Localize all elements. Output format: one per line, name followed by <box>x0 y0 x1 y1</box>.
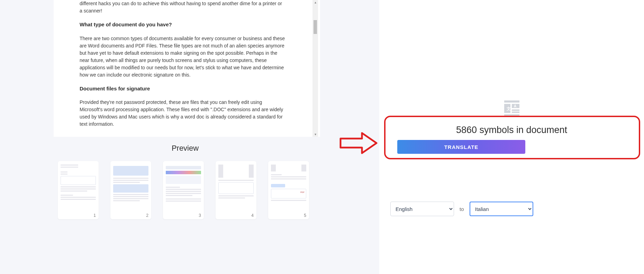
svg-rect-0 <box>504 100 519 103</box>
scrollbar-thumb[interactable] <box>314 20 317 34</box>
symbol-count-text: 5860 symbols in document <box>379 125 644 135</box>
doc-paragraph: There are two common types of documents … <box>80 35 285 79</box>
page-number: 5 <box>304 213 306 218</box>
preview-section: Preview <box>0 144 318 219</box>
scroll-down-arrow-icon[interactable]: ▾ <box>314 133 317 136</box>
page-thumbnail[interactable]: 4 <box>216 161 256 219</box>
document-scrollbar[interactable]: ▴ ▾ <box>312 0 318 137</box>
target-language-select[interactable]: Italian <box>470 202 533 216</box>
translate-button[interactable]: TRANSLATE <box>397 140 525 154</box>
svg-rect-3 <box>512 109 519 111</box>
preview-title: Preview <box>54 144 317 153</box>
page-thumbnail[interactable]: PDF 5 <box>268 161 309 219</box>
translate-panel: 文 A 5860 symbols in document TRANSLATE E… <box>379 0 644 274</box>
translate-icon: 文 A <box>502 100 521 118</box>
scroll-up-arrow-icon[interactable]: ▴ <box>314 1 317 4</box>
document-preview-panel: different hacks you can do to achieve th… <box>0 0 379 274</box>
document-viewer: different hacks you can do to achieve th… <box>54 0 320 137</box>
page-number: 3 <box>199 213 201 218</box>
annotation-arrow-icon <box>338 131 379 155</box>
page-thumbnail[interactable]: 3 <box>163 161 204 219</box>
page-thumbnail[interactable]: 2 <box>110 161 151 219</box>
source-language-select[interactable]: English <box>390 202 454 216</box>
page-thumbnail[interactable]: 1 <box>58 161 99 219</box>
page-number: 2 <box>146 213 148 218</box>
svg-rect-4 <box>512 112 519 113</box>
doc-paragraph: Provided they're not password protected,… <box>80 99 285 128</box>
page-number: 4 <box>251 213 254 218</box>
svg-text:文: 文 <box>506 106 511 111</box>
doc-paragraph: different hacks you can do to achieve th… <box>80 0 285 15</box>
doc-heading: Document files for signature <box>80 85 285 93</box>
svg-text:A: A <box>514 104 516 108</box>
page-number: 1 <box>93 213 96 218</box>
language-selector-row: English to Italian <box>390 202 533 216</box>
document-content: different hacks you can do to achieve th… <box>54 0 320 128</box>
thumbnail-row: 1 2 <box>54 161 318 219</box>
doc-heading: What type of document do you have? <box>80 21 285 29</box>
to-label: to <box>460 206 464 212</box>
